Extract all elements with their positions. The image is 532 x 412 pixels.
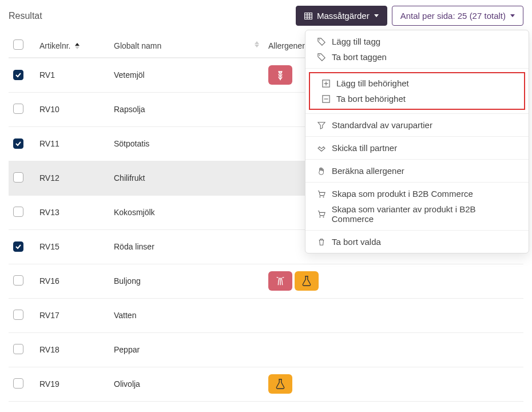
article-no: RV15: [39, 242, 59, 251]
select-all-checkbox[interactable]: [13, 39, 23, 50]
flask-icon: [295, 271, 319, 291]
global-name: Buljong: [114, 276, 141, 286]
row-checkbox[interactable]: [13, 104, 23, 114]
page-title: Resultat: [9, 11, 42, 21]
grid-icon: [304, 13, 312, 19]
svg-point-5: [319, 39, 320, 40]
bulk-actions-label: Massåtgärder: [317, 11, 370, 21]
article-no: RV10: [39, 105, 59, 114]
global-name: Sötpotatis: [114, 139, 149, 148]
svg-point-14: [319, 216, 320, 217]
svg-point-15: [323, 216, 324, 217]
sort-asc-icon: [255, 41, 259, 44]
menu-remove-tag[interactable]: Ta bort taggen: [305, 49, 529, 65]
menu-calc-allergens[interactable]: Beräkna allergener: [305, 163, 529, 179]
menu-label: Skapa som varianter av produkt i B2B Com…: [332, 204, 517, 224]
menu-label: Ta bort behörighet: [336, 94, 406, 104]
svg-point-12: [319, 196, 320, 197]
menu-label: Skapa som produkt i B2B Commerce: [332, 189, 473, 199]
handshake-icon: [317, 144, 326, 153]
menu-label: Lägg till tagg: [332, 37, 380, 46]
wheat-icon: [268, 65, 292, 85]
plus-square-icon: [321, 79, 331, 88]
per-page-label: Antal per sida: 25 (27 totalt): [400, 11, 506, 21]
article-no: RV11: [39, 139, 59, 148]
menu-add-tag[interactable]: Lägg till tagg: [305, 34, 529, 49]
menu-remove-permission[interactable]: Ta bort behörighet: [310, 91, 524, 106]
col-global-name[interactable]: Globalt namn: [109, 34, 264, 58]
menu-label: Ta bort valda: [332, 237, 381, 247]
table-row[interactable]: RV16Buljong: [9, 264, 523, 298]
tag-icon: [317, 53, 326, 62]
global-name: Olivolja: [114, 379, 140, 389]
sort-desc-icon: [255, 45, 259, 47]
article-no: RV12: [39, 173, 59, 183]
table-row[interactable]: RV18Peppar: [9, 332, 523, 367]
col-article-no-label: Artikelnr.: [39, 41, 70, 50]
global-name: Röda linser: [114, 242, 154, 251]
menu-label: Standardval av varupartier: [332, 120, 432, 130]
menu-label: Skicka till partner: [332, 143, 397, 153]
article-no: RV13: [39, 208, 59, 217]
svg-point-13: [323, 196, 324, 197]
menu-highlight-group: Lägg till behörighet Ta bort behörighet: [309, 72, 525, 110]
trash-icon: [317, 237, 326, 247]
article-no: RV18: [39, 345, 59, 354]
per-page-button[interactable]: Antal per sida: 25 (27 totalt): [392, 6, 523, 26]
article-no: RV19: [39, 379, 59, 389]
cart-icon: [317, 209, 326, 219]
col-global-name-label: Globalt namn: [114, 41, 161, 50]
menu-label: Ta bort taggen: [332, 52, 387, 62]
menu-create-variant[interactable]: Skapa som varianter av produkt i B2B Com…: [305, 201, 529, 227]
menu-label: Beräkna allergener: [332, 166, 404, 176]
filter-icon: [317, 121, 326, 130]
row-checkbox[interactable]: [13, 70, 23, 80]
flask-icon: [268, 374, 292, 394]
table-row[interactable]: RV19Olivolja: [9, 367, 523, 401]
sort-indicator: [75, 43, 80, 49]
hand-icon: [317, 167, 326, 176]
bulk-actions-menu: Lägg till tagg Ta bort taggen Lägg till …: [305, 30, 529, 253]
sort-desc-icon: [75, 46, 80, 49]
global-name: Vatten: [114, 311, 136, 320]
global-name: Kokosmjölk: [114, 208, 155, 217]
menu-label: Lägg till behörighet: [336, 78, 409, 88]
svg-point-6: [319, 54, 320, 56]
global-name: Peppar: [114, 345, 140, 354]
minus-square-icon: [321, 94, 331, 104]
global-name: Chilifrukt: [114, 173, 145, 183]
global-name: Rapsolja: [114, 105, 145, 114]
row-checkbox[interactable]: [13, 378, 23, 389]
svg-rect-0: [305, 13, 312, 19]
table-row[interactable]: RV17Vatten: [9, 298, 523, 332]
row-checkbox[interactable]: [13, 275, 23, 286]
menu-create-product[interactable]: Skapa som produkt i B2B Commerce: [305, 186, 529, 201]
row-checkbox[interactable]: [13, 241, 23, 252]
tag-icon: [317, 37, 326, 46]
menu-batch-default[interactable]: Standardval av varupartier: [305, 117, 529, 133]
article-no: RV17: [39, 311, 59, 320]
bulk-actions-button[interactable]: Massåtgärder: [296, 6, 387, 26]
celery-icon: [268, 271, 292, 291]
row-checkbox[interactable]: [13, 344, 23, 354]
sort-asc-icon: [75, 43, 80, 46]
menu-add-permission[interactable]: Lägg till behörighet: [310, 76, 524, 91]
article-no: RV1: [39, 70, 55, 80]
article-no: RV16: [39, 276, 59, 286]
col-article-no[interactable]: Artikelnr.: [35, 34, 109, 58]
row-checkbox[interactable]: [13, 138, 23, 149]
toolbar: Massåtgärder Antal per sida: 25 (27 tota…: [296, 6, 523, 26]
row-checkbox[interactable]: [13, 207, 23, 217]
row-checkbox[interactable]: [13, 310, 23, 320]
chevron-down-icon: [510, 14, 515, 17]
cart-icon: [317, 189, 326, 199]
sort-indicator: [255, 41, 259, 47]
menu-send-partner[interactable]: Skicka till partner: [305, 140, 529, 156]
global-name: Vetemjöl: [114, 70, 145, 80]
menu-delete-selected[interactable]: Ta bort valda: [305, 234, 529, 249]
row-checkbox[interactable]: [13, 172, 23, 183]
chevron-down-icon: [374, 14, 379, 17]
col-allergens-label: Allergener: [268, 41, 305, 50]
